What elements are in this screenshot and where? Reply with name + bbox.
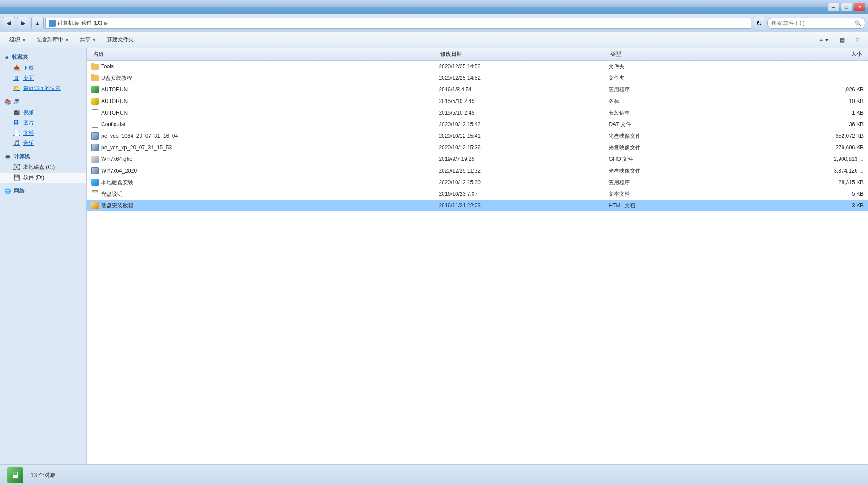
recent-label: 最近访问的位置 [23, 85, 61, 92]
address-path[interactable]: 计算机 ▶ 软件 (D:) ▶ [45, 18, 751, 29]
back-button[interactable]: ◀ [3, 17, 15, 29]
file-icon-3 [91, 98, 99, 105]
library-header[interactable]: 📚 库 [0, 96, 86, 107]
preview-pane-button[interactable]: ▤ [835, 35, 850, 45]
file-type-0: 文件夹 [609, 63, 748, 70]
file-size-2: 1,926 KB [748, 86, 864, 93]
file-icon-6 [91, 132, 99, 140]
file-size-10: 28,315 KB [748, 179, 864, 185]
sidebar-item-image[interactable]: 🖼 图片 [0, 118, 86, 128]
file-icon-1 [91, 74, 99, 82]
table-row[interactable]: AUTORUN 2015/5/10 2:45 图标 10 KB [87, 95, 868, 107]
table-row[interactable]: Win7x64_2020 2020/12/25 11:32 光盘映像文件 3,8… [87, 165, 868, 177]
status-bar: 🖥 13 个对象 [0, 464, 868, 485]
desktop-icon: 🖥 [13, 75, 21, 82]
minimize-button[interactable]: ─ [828, 3, 839, 12]
file-icon-8 [91, 156, 99, 163]
file-type-8: GHO 文件 [609, 156, 748, 163]
search-icon[interactable]: 🔍 [855, 20, 861, 26]
col-header-date[interactable]: 修改日期 [439, 50, 609, 58]
music-icon: 🎵 [13, 140, 21, 147]
file-size-4: 1 KB [748, 110, 864, 116]
file-date-7: 2020/10/12 15:36 [439, 144, 609, 151]
col-header-name[interactable]: 名称 [91, 50, 439, 58]
table-row[interactable]: pe_yqs_xp_20_07_31_15_53 2020/10/12 15:3… [87, 142, 868, 153]
table-row[interactable]: 硬盘安装教程 2016/11/21 22:03 HTML 文档 3 KB [87, 200, 868, 211]
main-area: ★ 收藏夹 📥 下载 🖥 桌面 📂 最近访问的位置 📚 库 [0, 48, 868, 464]
file-date-4: 2015/5/10 2:45 [439, 110, 609, 116]
table-row[interactable]: Win7x64.gho 2019/9/7 19:25 GHO 文件 2,900,… [87, 153, 868, 165]
table-row[interactable]: AUTORUN 2015/5/10 2:45 安装信息 1 KB [87, 107, 868, 119]
new-folder-button[interactable]: 新建文件夹 [102, 34, 139, 46]
table-row[interactable]: Config.dat 2020/10/12 15:42 DAT 文件 36 KB [87, 119, 868, 130]
search-input[interactable] [771, 20, 853, 26]
column-headers: 名称 修改日期 类型 大小 [87, 48, 868, 61]
doc-label: 文档 [23, 129, 34, 137]
file-icon-9 [91, 167, 99, 174]
file-type-1: 文件夹 [609, 74, 748, 82]
close-button[interactable]: ✕ [854, 3, 865, 12]
table-row[interactable]: U盘安装教程 2020/12/25 14:52 文件夹 [87, 72, 868, 84]
table-row[interactable]: 本地硬盘安装 2020/10/12 15:30 应用程序 28,315 KB [87, 177, 868, 188]
sidebar-item-drive-d[interactable]: 💾 软件 (D:) [0, 173, 86, 183]
desktop-label: 桌面 [23, 74, 34, 82]
file-date-5: 2020/10/12 15:42 [439, 121, 609, 127]
sidebar-item-video[interactable]: 🎬 视频 [0, 107, 86, 118]
table-row[interactable]: pe_yqs_1064_20_07_31_16_04 2020/10/12 15… [87, 130, 868, 142]
network-label: 网络 [14, 187, 25, 195]
file-size-3: 10 KB [748, 98, 864, 104]
status-app-icon: 🖥 [7, 467, 23, 483]
help-button[interactable]: ? [851, 35, 864, 45]
file-name-7: pe_yqs_xp_20_07_31_15_53 [101, 144, 172, 151]
library-button[interactable]: 包含到库中 ▼ [32, 34, 74, 46]
breadcrumb-pc-icon [49, 20, 56, 27]
up-button[interactable]: ▲ [31, 17, 44, 29]
file-date-12: 2016/11/21 22:03 [439, 202, 609, 209]
sidebar-item-music[interactable]: 🎵 音乐 [0, 138, 86, 148]
file-size-5: 36 KB [748, 121, 864, 127]
favorites-header[interactable]: ★ 收藏夹 [0, 52, 86, 63]
file-icon-5 [91, 121, 99, 128]
col-header-size[interactable]: 大小 [748, 50, 864, 58]
file-type-9: 光盘映像文件 [609, 167, 748, 175]
file-size-7: 279,696 KB [748, 144, 864, 151]
sidebar-item-doc[interactable]: 📄 文档 [0, 128, 86, 138]
table-row[interactable]: Tools 2020/12/25 14:52 文件夹 [87, 61, 868, 72]
file-type-10: 应用程序 [609, 179, 748, 186]
sidebar-item-drive-c[interactable]: 💽 本地磁盘 (C:) [0, 162, 86, 173]
file-date-2: 2016/1/8 4:54 [439, 86, 609, 93]
computer-section: 💻 计算机 💽 本地磁盘 (C:) 💾 软件 (D:) [0, 151, 86, 183]
sidebar-item-recent[interactable]: 📂 最近访问的位置 [0, 83, 86, 94]
maximize-button[interactable]: □ [841, 3, 852, 12]
file-type-6: 光盘映像文件 [609, 132, 748, 140]
drive-c-label: 本地磁盘 (C:) [23, 164, 55, 171]
view-buttons: ≡ ▼ ▤ ? [815, 35, 864, 45]
file-icon-11: TXT [91, 190, 99, 197]
file-icon-10 [91, 179, 99, 186]
drive-c-icon: 💽 [13, 164, 21, 171]
file-size-6: 652,072 KB [748, 133, 864, 139]
sidebar-item-download[interactable]: 📥 下载 [0, 63, 86, 73]
sidebar-item-desktop[interactable]: 🖥 桌面 [0, 73, 86, 83]
search-box[interactable]: 🔍 [767, 18, 865, 29]
video-label: 视频 [23, 109, 34, 116]
col-header-type[interactable]: 类型 [609, 50, 748, 58]
organize-button[interactable]: 组织 ▼ [4, 34, 31, 46]
organize-label: 组织 [9, 36, 20, 44]
breadcrumb-computer[interactable]: 计算机 [58, 19, 74, 27]
table-row[interactable]: TXT 光盘说明 2016/10/23 7:07 文本文档 5 KB [87, 188, 868, 200]
network-header[interactable]: 🌐 网络 [0, 185, 86, 197]
refresh-button[interactable]: ↻ [753, 17, 765, 29]
status-count: 13 个对象 [30, 471, 56, 479]
file-type-2: 应用程序 [609, 86, 748, 94]
file-type-4: 安装信息 [609, 109, 748, 117]
share-button[interactable]: 共享 ▼ [75, 34, 101, 46]
table-row[interactable]: AUTORUN 2016/1/8 4:54 应用程序 1,926 KB [87, 84, 868, 95]
breadcrumb-drive[interactable]: 软件 (D:) [81, 19, 102, 27]
file-type-7: 光盘映像文件 [609, 144, 748, 152]
file-icon-2 [91, 86, 99, 93]
recent-icon: 📂 [13, 85, 21, 92]
view-toggle-button[interactable]: ≡ ▼ [815, 35, 834, 45]
computer-header[interactable]: 💻 计算机 [0, 151, 86, 162]
forward-button[interactable]: ▶ [17, 17, 29, 29]
